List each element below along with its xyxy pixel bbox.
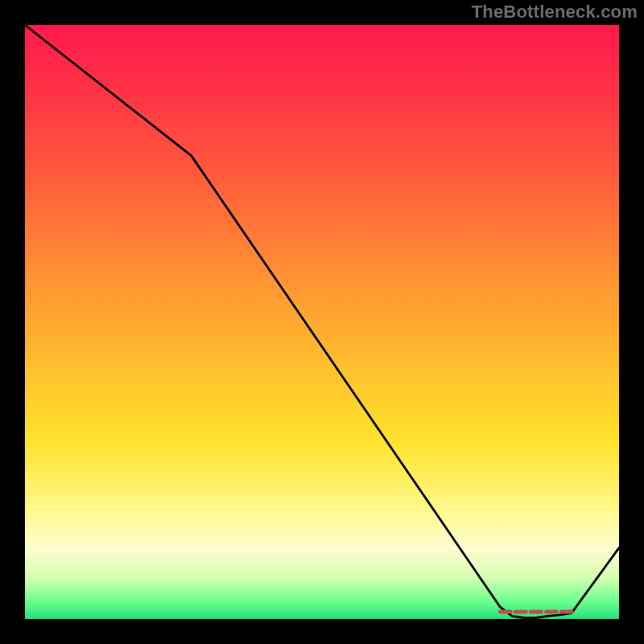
chart-frame: TheBottleneck.com <box>0 0 644 644</box>
watermark-text: TheBottleneck.com <box>472 2 638 23</box>
chart-plot-area <box>25 25 619 619</box>
